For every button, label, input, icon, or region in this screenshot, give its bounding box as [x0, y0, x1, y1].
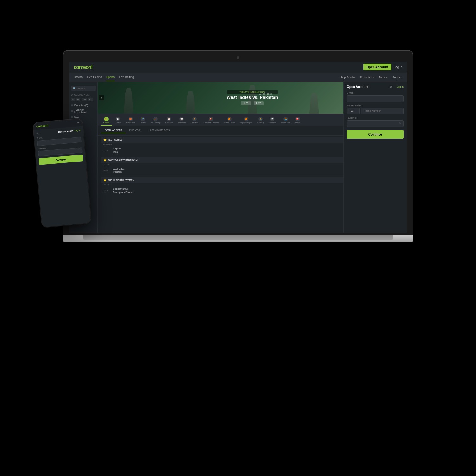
- time-filter-24h[interactable]: 24h: [82, 98, 87, 101]
- bet-tab-inplay[interactable]: IN-PLAY (0): [126, 128, 145, 133]
- reg-panel-header: Open Account ✕ Log in: [347, 85, 404, 89]
- match-time: 20:30: [103, 169, 111, 171]
- sport-tab-icehockey[interactable]: 🏒 Ice Hockey: [148, 116, 163, 126]
- phone-open-account: Open Account: [58, 129, 73, 133]
- phone-panel: ✕ Open Account Log in E-mail Password 👁 …: [34, 126, 86, 168]
- login-link[interactable]: Log in: [394, 65, 402, 69]
- match-group-twenty20-title: ⭐ TWENTY20 INTERNATIONAL: [103, 159, 138, 162]
- open-account-button[interactable]: Open Account: [363, 64, 391, 70]
- match-time: 11:00: [103, 149, 111, 151]
- dot-icon: [71, 110, 73, 112]
- nav-sports[interactable]: Sports: [106, 74, 115, 81]
- match-team1: England: [113, 147, 375, 150]
- match-team1: Southern Brave: [113, 188, 374, 191]
- nav-support[interactable]: Support: [392, 74, 402, 81]
- phone-screen: comeon! ≡ ✕ Open Account Log in E-mail P…: [33, 119, 91, 227]
- sport-tab-darts[interactable]: 🎯 Darts: [293, 116, 302, 126]
- sport-tab-rugby[interactable]: 🏉 Rugby League: [237, 116, 255, 126]
- hero-odd-1[interactable]: 1.67: [241, 101, 251, 105]
- nav-promotions[interactable]: Promotions: [360, 74, 374, 81]
- continue-button[interactable]: Continue: [347, 130, 404, 139]
- sport-tab-baseball[interactable]: ⚾ Baseball: [163, 116, 175, 126]
- laptop-bezel: comeon! Open Account Log in Casino Live …: [63, 51, 413, 235]
- eye-icon: 👁: [399, 122, 401, 125]
- sport-tab-basketball[interactable]: 🏀 Basketball: [124, 116, 138, 126]
- email-input[interactable]: [347, 95, 404, 102]
- sport-tab-snooker[interactable]: 🎱 Snooker: [266, 116, 278, 126]
- nav-live-betting[interactable]: Live Betting: [119, 74, 134, 81]
- sport-tab-cricket[interactable]: 🏏 Cricket: [101, 116, 112, 126]
- nav-bazaar[interactable]: Bazaar: [379, 74, 388, 81]
- sport-tab-tennis[interactable]: 🎾 Tennis: [138, 116, 148, 126]
- cricket-icon: 🏏: [104, 117, 109, 121]
- sport-tab-volleyball[interactable]: 🏐 Volleyball: [175, 116, 188, 126]
- phone-logo: comeon!: [36, 124, 48, 128]
- sport-tab-football[interactable]: ⚽ Football: [112, 116, 124, 126]
- nav-help[interactable]: Help Guides: [340, 74, 356, 81]
- football-icon: ⚽: [116, 117, 120, 121]
- bet-tab-popular[interactable]: POPULAR BETS: [101, 128, 126, 133]
- sport-tab-americanfootball[interactable]: 🏈 American Football: [201, 116, 221, 126]
- password-input[interactable]: [347, 120, 404, 127]
- password-label: Password: [347, 117, 404, 119]
- phone-input[interactable]: [361, 108, 404, 114]
- hero-odd-2[interactable]: 2.20: [254, 101, 264, 105]
- match-team1: West Indies: [113, 168, 374, 171]
- login-button[interactable]: Log in: [397, 85, 404, 88]
- close-button[interactable]: ✕: [390, 85, 392, 89]
- email-label: E-mail: [347, 92, 404, 94]
- phone-row: [347, 108, 404, 114]
- search-box[interactable]: 🔍 Search: [71, 86, 96, 91]
- laptop-hinge: [83, 235, 393, 240]
- silhouette-2: [186, 91, 195, 114]
- search-label: Search: [77, 87, 85, 90]
- email-field: E-mail: [347, 92, 404, 102]
- nav-live-casino[interactable]: Live Casino: [87, 74, 102, 81]
- country-code-input[interactable]: [347, 108, 360, 114]
- phone-continue-button[interactable]: Continue: [39, 155, 83, 165]
- basketball-icon: 🏀: [129, 117, 133, 121]
- sport-tab-waterpolo[interactable]: 🤽 Water Polo: [278, 116, 293, 126]
- sport-tab-cycling[interactable]: 🚴 Cycling: [255, 116, 266, 126]
- time-filter-3h[interactable]: 3h: [71, 98, 75, 101]
- match-team2: Pakistan: [113, 170, 374, 174]
- sidebar-items: Favourites (0) Twenty20 International NB…: [69, 103, 97, 119]
- sport-tab-handball[interactable]: 🤾 Handball: [188, 116, 201, 126]
- time-filter-48h[interactable]: 48h: [88, 98, 93, 101]
- match-teams: Southern Brave Birmingham Phoenix: [111, 188, 376, 194]
- star-icon: ⭐: [103, 159, 107, 162]
- top-nav-right: Open Account Log in: [363, 64, 402, 70]
- sidebar-item-favourites[interactable]: Favourites (0): [69, 103, 97, 108]
- tennis-icon: 🎾: [141, 117, 145, 121]
- sport-tab-aussierules[interactable]: 🏉 Aussie Rules: [221, 116, 237, 126]
- waterpolo-icon: 🤽: [283, 117, 288, 121]
- dot-icon: [71, 116, 73, 118]
- time-filter-6h[interactable]: 6h: [76, 98, 81, 101]
- phone: comeon! ≡ ✕ Open Account Log in E-mail P…: [33, 119, 91, 227]
- hero-title: West Indies vs. Pakistan: [227, 95, 278, 100]
- aussierules-icon: 🏉: [227, 117, 232, 121]
- sidebar-item-twenty20[interactable]: Twenty20 International: [69, 108, 97, 115]
- star-icon: ⭐: [103, 179, 107, 182]
- search-icon: 🔍: [73, 87, 76, 90]
- phone-login-link[interactable]: Log in: [74, 129, 81, 132]
- sidebar-item-nba[interactable]: NBA: [69, 115, 97, 119]
- phone-close-button[interactable]: ✕: [36, 132, 39, 136]
- snooker-icon: 🎱: [270, 117, 274, 121]
- baseball-icon: ⚾: [167, 117, 171, 121]
- hero-date: July 31 • 20:30: [259, 93, 272, 95]
- time-filters: 3h 6h 24h 48h: [69, 97, 97, 102]
- hero-prev-button[interactable]: ‹: [99, 95, 104, 100]
- nav-casino[interactable]: Casino: [74, 74, 83, 81]
- handball-icon: 🤾: [192, 117, 197, 121]
- menu-icon: ≡: [77, 121, 79, 124]
- americanfootball-icon: 🏈: [209, 117, 213, 121]
- hero-odds: 1.67 2.20: [227, 101, 278, 105]
- hero-text: TWENTY20 INTERNATIONAL July 31 • 20:30 W…: [227, 90, 278, 105]
- sidebar-upcoming-label: Upcoming next: [69, 92, 97, 97]
- reg-panel-title: Open Account: [347, 85, 368, 89]
- volleyball-icon: 🏐: [179, 117, 184, 121]
- main-content: ‹ TWENTY20 INTERNATIONAL July 31 • 20:30…: [98, 82, 407, 233]
- match-team2: Birmingham Phoenix: [113, 191, 374, 194]
- bet-tab-lastminute[interactable]: LAST MINUTE BETS: [145, 128, 174, 133]
